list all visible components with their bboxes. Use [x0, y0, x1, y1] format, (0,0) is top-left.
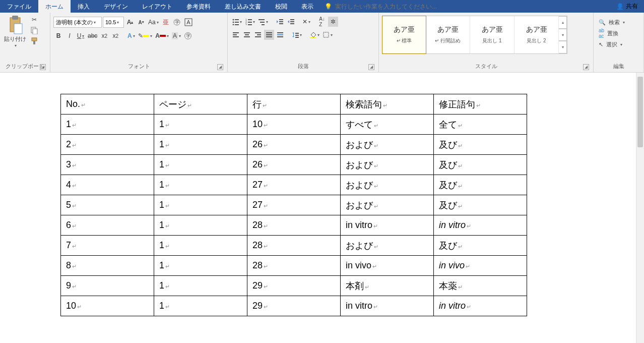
underline-button[interactable]: U — [76, 31, 86, 41]
table-cell[interactable]: 10↵ — [61, 296, 154, 316]
table-cell[interactable]: 1↵ — [154, 276, 247, 296]
line-spacing-button[interactable] — [291, 30, 303, 40]
borders-button[interactable] — [321, 30, 334, 40]
tab-file[interactable]: ファイル — [0, 0, 38, 13]
table-cell[interactable]: 26↵ — [247, 135, 341, 155]
distribute-button[interactable] — [275, 30, 285, 40]
paragraph-dialog-launcher[interactable]: ◢ — [368, 64, 374, 70]
table-cell[interactable]: 28↵ — [247, 236, 341, 256]
table-cell[interactable]: 29↵ — [247, 276, 341, 296]
text-effects-button[interactable]: A — [126, 31, 136, 41]
table-cell[interactable]: 4↵ — [61, 175, 154, 195]
table-row[interactable]: 10↵1↵29↵in vitro↵in vitro↵ — [61, 296, 527, 316]
tab-home[interactable]: ホーム — [38, 0, 71, 13]
table-cell[interactable]: 本剤↵ — [341, 276, 434, 296]
paste-button[interactable]: 貼り付け — [3, 15, 27, 48]
highlight-button[interactable]: ✎ — [137, 31, 153, 41]
tab-mailings[interactable]: 差し込み文書 — [218, 0, 268, 13]
tab-insert[interactable]: 挿入 — [71, 0, 97, 13]
table-cell[interactable]: 29↵ — [247, 296, 341, 316]
table-cell[interactable]: 及び↵ — [434, 236, 527, 256]
table-cell[interactable]: および↵ — [341, 155, 434, 175]
table-row[interactable]: 5↵1↵27↵および↵及び↵ — [61, 195, 527, 215]
numbering-button[interactable]: 123 — [244, 17, 256, 27]
table-row[interactable]: 9↵1↵29↵本剤↵本薬↵ — [61, 276, 527, 296]
style-expand[interactable]: ▾ — [559, 41, 567, 53]
table-cell[interactable]: in vitro↵ — [341, 215, 434, 236]
table-row[interactable]: 3↵1↵26↵および↵及び↵ — [61, 155, 527, 175]
shrink-font-button[interactable]: A▾ — [136, 17, 146, 27]
table-header[interactable]: ページ↵ — [154, 94, 247, 115]
asian-layout-button[interactable]: ✕ — [301, 17, 311, 27]
style-normal[interactable]: あア亜↵ 標準 — [382, 16, 426, 54]
table-cell[interactable]: および↵ — [341, 175, 434, 195]
table-cell[interactable]: 27↵ — [247, 195, 341, 215]
table-cell[interactable]: in vivo↵ — [341, 256, 434, 276]
table-cell[interactable]: 1↵ — [154, 175, 247, 195]
ruby-button[interactable]: 亜 — [161, 17, 171, 27]
find-button[interactable]: 🔍検索▾ — [597, 17, 627, 28]
scrollbar-thumb[interactable] — [637, 77, 643, 147]
table-cell[interactable]: in vivo↵ — [434, 256, 527, 276]
tell-me[interactable]: 💡 — [320, 0, 445, 13]
font-color-button[interactable]: A — [154, 31, 170, 41]
bold-button[interactable]: B — [53, 31, 63, 41]
align-right-button[interactable] — [253, 30, 263, 40]
italic-button[interactable]: I — [65, 31, 75, 41]
share-button[interactable]: 👤 共有 — [610, 0, 644, 13]
table-cell[interactable]: 9↵ — [61, 276, 154, 296]
tab-review[interactable]: 校閲 — [268, 0, 294, 13]
vertical-scrollbar[interactable] — [636, 73, 644, 343]
superscript-button[interactable]: x2 — [110, 31, 120, 41]
increase-indent-button[interactable] — [286, 17, 296, 27]
table-cell[interactable]: および↵ — [341, 135, 434, 155]
grow-font-button[interactable]: A▴ — [125, 17, 135, 27]
table-cell[interactable]: in vitro↵ — [434, 215, 527, 236]
table-cell[interactable]: 27↵ — [247, 175, 341, 195]
table-cell[interactable]: 及び↵ — [434, 135, 527, 155]
table-cell[interactable]: 10↵ — [247, 115, 341, 135]
tab-design[interactable]: デザイン — [97, 0, 135, 13]
table-cell[interactable]: 1↵ — [61, 115, 154, 135]
font-dialog-launcher[interactable]: ◢ — [217, 64, 223, 70]
table-cell[interactable]: in vitro↵ — [434, 296, 527, 316]
char-shading-button[interactable]: A — [171, 31, 182, 41]
format-painter-button[interactable] — [29, 36, 39, 46]
bullets-button[interactable] — [231, 17, 243, 27]
table-cell[interactable]: 5↵ — [61, 195, 154, 215]
align-left-button[interactable] — [231, 30, 241, 40]
enclose-button[interactable]: 字 — [183, 31, 193, 41]
table-cell[interactable]: 1↵ — [154, 296, 247, 316]
table-cell[interactable]: 6↵ — [61, 215, 154, 236]
table-cell[interactable]: 及び↵ — [434, 155, 527, 175]
document-table[interactable]: No.↵ページ↵行↵検索語句↵修正語句↵1↵1↵10↵すべて↵全て↵2↵1↵26… — [60, 94, 527, 316]
table-row[interactable]: 2↵1↵26↵および↵及び↵ — [61, 135, 527, 155]
style-scroll-down[interactable]: ▾ — [559, 29, 567, 41]
table-cell[interactable]: 26↵ — [247, 155, 341, 175]
table-cell[interactable]: 8↵ — [61, 256, 154, 276]
cut-button[interactable]: ✂ — [29, 15, 39, 25]
table-cell[interactable]: 1↵ — [154, 115, 247, 135]
char-border-button[interactable]: A — [183, 17, 194, 27]
document-area[interactable]: No.↵ページ↵行↵検索語句↵修正語句↵1↵1↵10↵すべて↵全て↵2↵1↵26… — [0, 73, 636, 343]
table-cell[interactable]: 全て↵ — [434, 115, 527, 135]
table-cell[interactable]: 1↵ — [154, 135, 247, 155]
style-no-spacing[interactable]: あア亜↵ 行間詰め — [426, 16, 470, 53]
table-cell[interactable]: 1↵ — [154, 155, 247, 175]
justify-button[interactable] — [264, 30, 274, 40]
table-header[interactable]: 修正語句↵ — [434, 94, 527, 115]
font-name-combo[interactable]: 游明朝 (本文の — [53, 17, 102, 28]
style-scroll-up[interactable]: ▴ — [559, 16, 567, 29]
sort-button[interactable]: A↓Z — [317, 17, 327, 27]
table-cell[interactable]: 1↵ — [154, 236, 247, 256]
table-cell[interactable]: および↵ — [341, 195, 434, 215]
table-cell[interactable]: 3↵ — [61, 155, 154, 175]
table-cell[interactable]: 7↵ — [61, 236, 154, 256]
subscript-button[interactable]: x2 — [99, 31, 109, 41]
select-button[interactable]: ↖選択▾ — [597, 39, 624, 50]
table-cell[interactable]: in vitro↵ — [341, 296, 434, 316]
table-row[interactable]: 8↵1↵28↵in vivo↵in vivo↵ — [61, 256, 527, 276]
tab-layout[interactable]: レイアウト — [135, 0, 179, 13]
table-cell[interactable]: すべて↵ — [341, 115, 434, 135]
table-row[interactable]: 7↵1↵28↵および↵及び↵ — [61, 236, 527, 256]
